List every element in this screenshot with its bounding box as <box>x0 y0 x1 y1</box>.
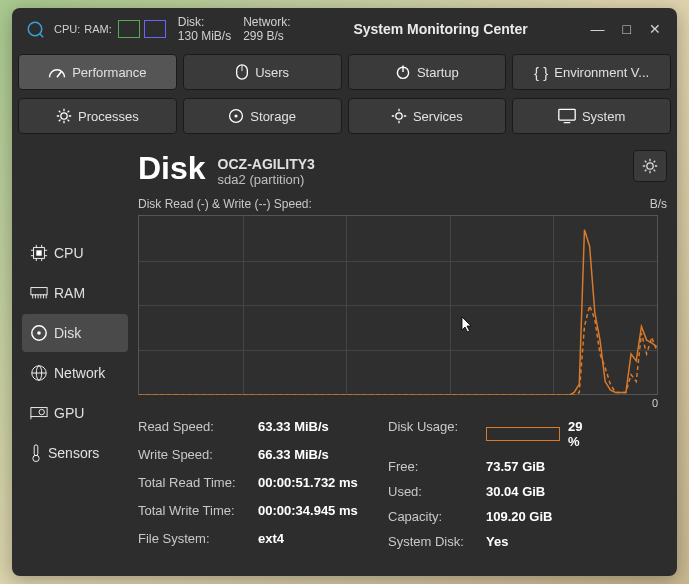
svg-line-57 <box>645 161 647 163</box>
svg-rect-35 <box>31 288 47 295</box>
gear-icon <box>391 108 407 124</box>
svg-point-51 <box>33 455 39 461</box>
braces-icon: { } <box>534 64 548 81</box>
sidebar-item-sensors[interactable]: Sensors <box>22 434 128 472</box>
svg-line-59 <box>645 170 647 172</box>
tab-services[interactable]: Services <box>348 98 507 134</box>
titlebar: CPU: RAM: Disk: 130 MiB/s Network: 299 B… <box>12 8 677 50</box>
disk-icon <box>228 108 244 124</box>
svg-rect-50 <box>34 445 38 456</box>
power-icon <box>395 64 411 80</box>
gpu-icon <box>30 406 48 420</box>
gear-icon <box>56 108 72 124</box>
graph-label: Disk Read (-) & Write (--) Speed: <box>138 197 312 211</box>
svg-line-60 <box>654 161 656 163</box>
svg-point-48 <box>39 409 44 414</box>
close-button[interactable]: ✕ <box>649 21 661 37</box>
minimize-button[interactable]: — <box>591 21 605 37</box>
app-window: CPU: RAM: Disk: 130 MiB/s Network: 299 B… <box>12 8 677 576</box>
app-icon <box>26 20 44 38</box>
globe-icon <box>30 364 48 382</box>
sidebar-item-cpu[interactable]: CPU <box>22 234 128 272</box>
svg-rect-23 <box>559 109 575 120</box>
device-partition: sda2 (partition) <box>218 172 315 187</box>
speedometer-icon <box>48 65 66 79</box>
svg-line-1 <box>40 34 44 38</box>
maximize-button[interactable]: □ <box>623 21 631 37</box>
svg-point-7 <box>61 113 67 119</box>
svg-point-43 <box>37 331 41 335</box>
sidebar-item-network[interactable]: Network <box>22 354 128 392</box>
tab-performance[interactable]: Performance <box>18 54 177 90</box>
main-tabs-row1: Performance Users Startup { } Environmen… <box>12 50 677 94</box>
mini-monitor: CPU: RAM: <box>54 23 112 35</box>
svg-point-18 <box>396 113 402 119</box>
sidebar-item-ram[interactable]: RAM <box>22 274 128 312</box>
disk-mini: Disk: 130 MiB/s <box>178 15 231 43</box>
ram-label: RAM: <box>84 23 112 35</box>
tab-users[interactable]: Users <box>183 54 342 90</box>
svg-line-13 <box>68 120 70 122</box>
svg-line-58 <box>654 170 656 172</box>
network-mini: Network: 299 B/s <box>243 15 290 43</box>
main-tabs-row2: Processes Storage Services System <box>12 94 677 138</box>
tab-startup[interactable]: Startup <box>348 54 507 90</box>
window-title: System Monitoring Center <box>290 21 590 37</box>
cpu-label: CPU: <box>54 23 80 35</box>
disk-stats: Read Speed:63.33 MiB/s Write Speed:66.33… <box>138 419 667 549</box>
sidebar-item-gpu[interactable]: GPU <box>22 394 128 432</box>
usage-bar: 29 % <box>486 419 586 449</box>
graph-unit: B/s <box>650 197 667 211</box>
svg-point-52 <box>647 163 653 169</box>
tab-storage[interactable]: Storage <box>183 98 342 134</box>
section-title: Disk <box>138 150 206 187</box>
svg-line-15 <box>68 111 70 113</box>
disk-settings-button[interactable] <box>633 150 667 182</box>
gear-icon <box>642 158 658 174</box>
svg-line-14 <box>59 120 61 122</box>
sidebar-item-disk[interactable]: Disk <box>22 314 128 352</box>
perf-sidebar: CPU RAM Disk Network GPU Sensors <box>22 150 128 549</box>
cpu-icon <box>30 244 48 262</box>
tab-environment[interactable]: { } Environment V... <box>512 54 671 90</box>
tab-system[interactable]: System <box>512 98 671 134</box>
thermometer-icon <box>30 444 42 462</box>
svg-rect-26 <box>36 250 41 255</box>
mouse-icon <box>235 64 249 80</box>
svg-point-17 <box>235 114 238 117</box>
disk-icon <box>30 324 48 342</box>
disk-panel: Disk OCZ-AGILITY3 sda2 (partition) Disk … <box>128 150 667 549</box>
monitor-icon <box>558 108 576 124</box>
tab-processes[interactable]: Processes <box>18 98 177 134</box>
axis-zero: 0 <box>138 397 658 409</box>
ram-icon <box>30 286 48 300</box>
svg-line-2 <box>57 71 62 77</box>
svg-line-12 <box>59 111 61 113</box>
disk-speed-chart <box>138 215 658 395</box>
device-name: OCZ-AGILITY3 <box>218 156 315 172</box>
